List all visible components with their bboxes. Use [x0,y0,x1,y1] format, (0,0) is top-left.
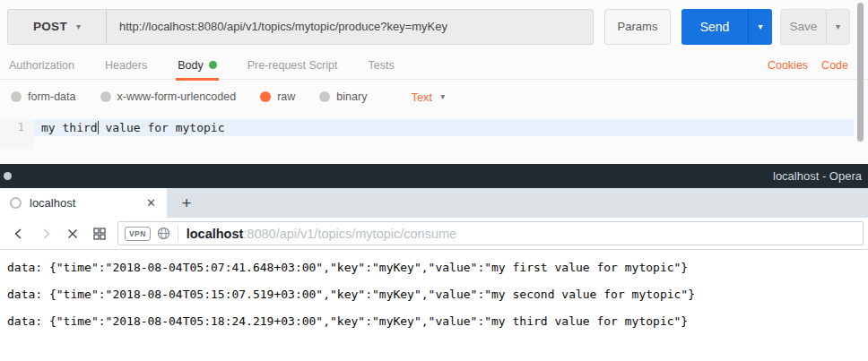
tab-close-icon[interactable]: ✕ [144,194,158,211]
save-options-button[interactable]: ▾ [826,10,849,44]
radio-icon [11,91,22,102]
body-editor[interactable]: 1 my third value for mytopic [0,119,854,150]
opera-titlebar[interactable]: localhost - Opera [0,164,868,188]
tab-label: Body [178,59,204,72]
close-icon [65,226,81,242]
tab-headers[interactable]: Headers [105,51,147,80]
mode-label: raw [277,90,295,103]
url-value: http://localhost:8080/api/v1/topics/myto… [119,20,447,33]
text-before-cursor: my third [41,121,98,134]
url-field[interactable]: http://localhost:8080/api/v1/topics/myto… [107,10,593,44]
mode-form-data[interactable]: form-data [11,90,76,103]
mode-label: binary [336,90,367,103]
request-tabs: Authorization Headers Body Pre-request S… [0,51,868,80]
tab-label: Tests [368,59,394,72]
scrollbar-thumb[interactable] [857,3,864,142]
opera-tabbar: localhost ✕ + [0,188,868,218]
tab-tests[interactable]: Tests [368,51,394,80]
consumed-message: data: {"time":"2018-08-04T05:18:24.219+0… [7,315,868,327]
mode-label: form-data [28,90,76,103]
new-tab-button[interactable]: + [167,188,206,218]
window-title: localhost - Opera [773,169,862,183]
code-link[interactable]: Code [821,59,848,72]
body-has-content-dot [209,61,217,69]
tab-label: Headers [105,59,147,72]
mode-binary[interactable]: binary [319,90,367,103]
postman-window: POST ▾ http://localhost:8080/api/v1/topi… [0,0,868,164]
chevron-left-icon [11,226,27,242]
globe-icon [157,227,170,240]
chevron-down-icon: ▾ [440,92,445,101]
toolbar-links: Cookies Code [768,59,848,72]
opera-window: localhost - Opera localhost ✕ + [0,164,868,361]
tab-label: Authorization [9,59,74,72]
gutter [0,136,34,150]
browser-tab-localhost[interactable]: localhost ✕ [0,188,167,218]
line-number: 1 [0,119,34,136]
text-after-cursor: value for mytopic [99,121,225,134]
page-content: data: {"time":"2018-08-04T05:07:41.648+0… [0,250,868,327]
radio-selected-icon [260,91,271,102]
back-button[interactable] [5,220,32,247]
format-label: Text [411,90,432,104]
editor-active-line: 1 my third value for mytopic [0,119,854,136]
tab-pre-request-script[interactable]: Pre-request Script [247,51,338,80]
radio-icon [100,91,111,102]
tab-title: localhost [30,196,75,210]
cookies-link[interactable]: Cookies [768,59,808,72]
consumed-message: data: {"time":"2018-08-04T05:07:41.648+0… [7,262,868,273]
send-button[interactable]: Send [681,9,748,45]
vpn-badge[interactable]: VPN [125,227,151,241]
mode-label: x-www-form-urlencoded [117,90,237,103]
save-button-group: Save ▾ [780,9,850,45]
body-mode-selector: form-data x-www-form-urlencoded raw bina… [0,80,868,112]
address-host: localhost [187,227,244,241]
address-url[interactable]: localhost:8080/api/v1/topics/mytopic/con… [187,227,456,241]
tab-authorization[interactable]: Authorization [9,51,74,80]
consumed-message: data: {"time":"2018-08-04T05:15:07.519+0… [7,288,868,300]
address-path: :8080/api/v1/topics/mytopic/consume [243,227,456,241]
chevron-right-icon [38,226,54,242]
save-button[interactable]: Save [781,10,826,44]
editor-tail [0,136,854,150]
tab-body[interactable]: Body [178,51,217,80]
editor-line-text[interactable]: my third value for mytopic [34,119,854,136]
method-label: POST [33,20,67,33]
speed-dial-button[interactable] [86,220,113,247]
site-info-button[interactable] [157,227,170,240]
forward-button-disabled[interactable] [32,220,59,247]
radio-icon [319,91,330,102]
format-dropdown[interactable]: Text ▾ [411,90,445,104]
params-button[interactable]: Params [604,9,671,45]
chevron-down-icon: ▾ [758,22,762,31]
address-bar[interactable]: VPN localhost:8080/api/v1/topics/mytopic… [117,221,864,245]
method-dropdown[interactable]: POST ▾ [8,10,107,44]
chevron-down-icon: ▾ [76,22,81,31]
grid-icon [91,226,108,242]
request-url-group: POST ▾ http://localhost:8080/api/v1/topi… [7,9,594,45]
chevron-down-icon: ▾ [836,22,840,31]
send-options-button[interactable]: ▾ [748,9,772,45]
favicon-loading-ring-icon [10,197,22,209]
stop-reload-button[interactable] [59,220,86,247]
send-button-group: Send ▾ [681,9,772,45]
window-menu-dot-icon[interactable] [4,172,12,180]
tab-label: Pre-request Script [247,59,338,72]
request-toolbar: POST ▾ http://localhost:8080/api/v1/topi… [0,0,868,51]
mode-raw[interactable]: raw [260,90,295,103]
opera-navbar: VPN localhost:8080/api/v1/topics/mytopic… [0,218,868,250]
divider [178,226,178,241]
mode-x-www-form-urlencoded[interactable]: x-www-form-urlencoded [100,90,237,103]
